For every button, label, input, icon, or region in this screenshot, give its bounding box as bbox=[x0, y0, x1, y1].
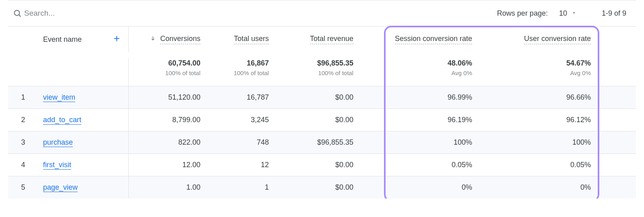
event-name-link[interactable]: first_visit bbox=[43, 161, 71, 170]
event-name-cell: page_view bbox=[38, 176, 129, 199]
summary-user-conv-rate: 54.67% bbox=[566, 58, 591, 69]
cell-total-users: 748 bbox=[205, 138, 274, 147]
events-table: Event name Conversions Total users Total… bbox=[8, 27, 636, 199]
cell-conversions: 12.00 bbox=[129, 161, 205, 169]
rows-per-page: Rows per page: 10 1-9 of 9 bbox=[497, 9, 633, 18]
cell-conversions: 822.00 bbox=[129, 138, 205, 147]
event-name-cell: view_item bbox=[38, 86, 129, 108]
cell-total-revenue: $0.00 bbox=[274, 93, 358, 102]
page-range: 1-9 of 9 bbox=[602, 9, 626, 18]
rows-per-page-label: Rows per page: bbox=[497, 9, 548, 18]
event-name-link[interactable]: add_to_cart bbox=[43, 116, 81, 125]
cell-total-users: 1 bbox=[205, 183, 274, 192]
table-header-row: Event name Conversions Total users Total… bbox=[8, 27, 636, 52]
table-summary-row: 60,754.00 100% of total 16,867 100% of t… bbox=[8, 52, 636, 86]
cell-session-conversion-rate: 0% bbox=[358, 183, 477, 192]
column-header-user-conversion-rate[interactable]: User conversion rate bbox=[477, 35, 596, 44]
column-header-event-name[interactable]: Event name bbox=[43, 35, 82, 44]
table-row: 5 page_view 1.00 1 $0.00 0% 0% bbox=[8, 176, 636, 199]
cell-total-revenue: $0.00 bbox=[274, 183, 358, 192]
row-index: 3 bbox=[8, 138, 38, 147]
cell-user-conversion-rate: 96.12% bbox=[477, 116, 596, 124]
cell-conversions: 1.00 bbox=[129, 183, 205, 192]
summary-total-revenue-sub: 100% of total bbox=[318, 69, 353, 78]
event-name-link[interactable]: view_item bbox=[43, 93, 75, 102]
svg-point-0 bbox=[14, 10, 20, 16]
summary-total-users: 16,867 bbox=[247, 58, 269, 69]
summary-session-conv-rate: 48.06% bbox=[448, 58, 472, 69]
column-header-session-conversion-rate[interactable]: Session conversion rate bbox=[358, 35, 477, 44]
cell-user-conversion-rate: 0% bbox=[477, 183, 596, 192]
event-name-link[interactable]: page_view bbox=[43, 183, 78, 192]
summary-conversions-sub: 100% of total bbox=[165, 69, 200, 78]
table-row: 4 first_visit 12.00 12 $0.00 0.05% 0.05% bbox=[8, 154, 636, 176]
row-index: 5 bbox=[8, 183, 38, 192]
cell-total-revenue: $96,855.35 bbox=[274, 138, 358, 147]
cell-session-conversion-rate: 96.19% bbox=[358, 116, 477, 124]
cell-session-conversion-rate: 100% bbox=[358, 138, 477, 147]
cell-conversions: 8,799.00 bbox=[129, 116, 205, 124]
cell-total-revenue: $0.00 bbox=[274, 116, 358, 124]
cell-total-users: 3,245 bbox=[205, 116, 274, 124]
rows-per-page-select[interactable]: 10 bbox=[559, 9, 577, 18]
cell-total-users: 12 bbox=[205, 161, 274, 169]
search-icon bbox=[11, 9, 23, 18]
summary-session-conv-rate-sub: Avg 0% bbox=[452, 69, 472, 78]
rows-per-page-value: 10 bbox=[559, 9, 567, 18]
table-toolbar: Rows per page: 10 1-9 of 9 bbox=[8, 0, 636, 27]
table-row: 2 add_to_cart 8,799.00 3,245 $0.00 96.19… bbox=[8, 108, 636, 131]
event-name-link[interactable]: purchase bbox=[43, 138, 73, 147]
event-name-cell: purchase bbox=[38, 131, 129, 154]
column-header-total-users[interactable]: Total users bbox=[205, 35, 274, 44]
sort-descending-icon bbox=[150, 35, 158, 43]
row-index: 4 bbox=[8, 161, 38, 169]
add-dimension-button[interactable] bbox=[110, 34, 124, 45]
cell-total-users: 16,787 bbox=[205, 93, 274, 102]
summary-total-revenue: $96,855.35 bbox=[317, 58, 353, 69]
row-index: 2 bbox=[8, 116, 38, 124]
summary-total-users-sub: 100% of total bbox=[233, 69, 269, 78]
cell-session-conversion-rate: 96.99% bbox=[358, 93, 477, 102]
event-name-cell: first_visit bbox=[38, 154, 129, 176]
cell-total-revenue: $0.00 bbox=[274, 161, 358, 169]
svg-line-1 bbox=[19, 15, 21, 16]
cell-user-conversion-rate: 100% bbox=[477, 138, 596, 147]
event-name-cell: add_to_cart bbox=[38, 109, 129, 131]
cell-user-conversion-rate: 96.66% bbox=[477, 93, 596, 102]
summary-conversions: 60,754.00 bbox=[168, 58, 200, 69]
search-input[interactable] bbox=[23, 8, 497, 18]
table-row: 1 view_item 51,120.00 16,787 $0.00 96.99… bbox=[8, 86, 636, 108]
table-row: 3 purchase 822.00 748 $96,855.35 100% 10… bbox=[8, 131, 636, 154]
chevron-down-icon bbox=[571, 9, 577, 18]
row-index: 1 bbox=[8, 93, 38, 102]
column-header-conversions[interactable]: Conversions bbox=[129, 35, 205, 44]
column-header-total-revenue[interactable]: Total revenue bbox=[274, 35, 358, 44]
cell-session-conversion-rate: 0.05% bbox=[358, 161, 477, 169]
summary-user-conv-rate-sub: Avg 0% bbox=[570, 69, 591, 78]
cell-conversions: 51,120.00 bbox=[129, 93, 205, 102]
cell-user-conversion-rate: 0.05% bbox=[477, 161, 596, 169]
